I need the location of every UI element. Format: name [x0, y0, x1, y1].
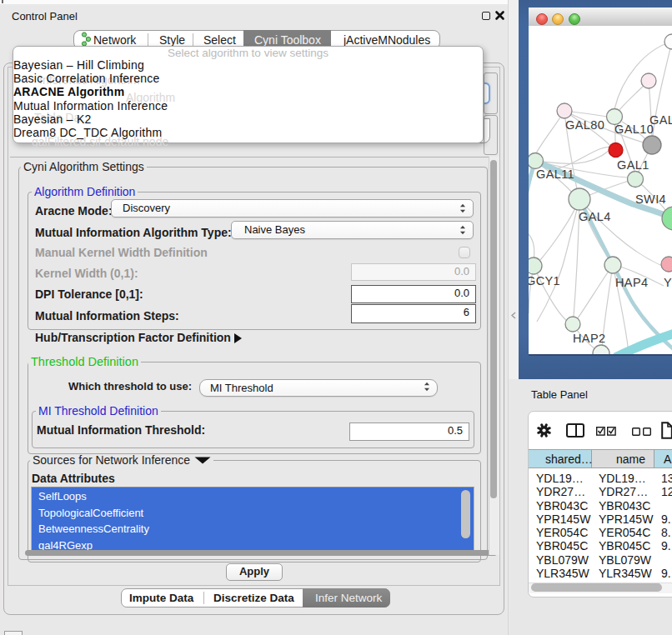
svg-text:HAP4: HAP4	[615, 276, 648, 289]
svg-text:SWI4: SWI4	[635, 192, 666, 206]
svg-text:Y: Y	[664, 276, 672, 289]
svg-text:GAL10: GAL10	[614, 122, 654, 136]
svg-text:GAL11: GAL11	[536, 168, 574, 181]
svg-text:HAP2: HAP2	[573, 332, 605, 345]
svg-text:GAL4: GAL4	[579, 210, 611, 223]
svg-text:GAL80: GAL80	[565, 118, 604, 132]
svg-text:GCY1: GCY1	[529, 274, 560, 288]
svg-text:GAL1: GAL1	[617, 158, 649, 172]
